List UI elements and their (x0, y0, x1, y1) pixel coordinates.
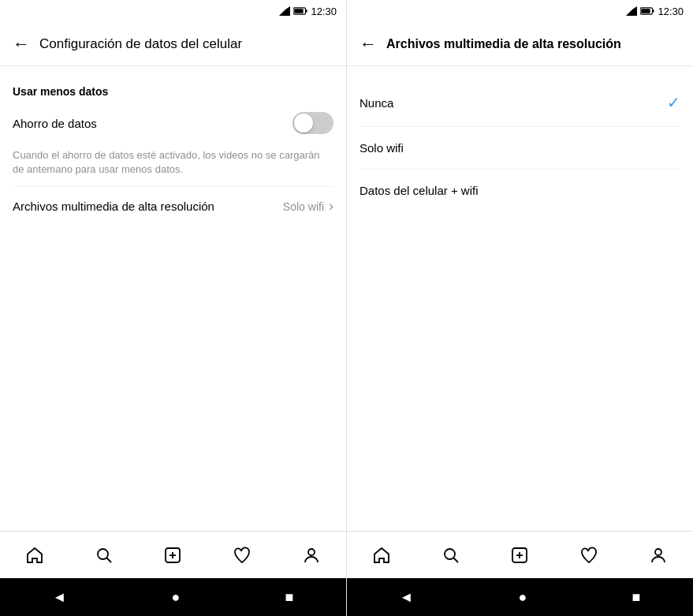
right-bottom-nav (347, 531, 693, 578)
data-saver-row: Ahorro de datos (0, 101, 346, 145)
svg-rect-12 (642, 9, 650, 13)
right-status-icons: 12:30 (626, 6, 684, 17)
left-nav-icons (0, 532, 346, 578)
chevron-icon: › (329, 198, 333, 215)
data-saver-toggle[interactable] (292, 112, 333, 134)
high-res-media-value: Solo wifi (283, 200, 324, 213)
svg-point-9 (308, 549, 315, 555)
svg-rect-2 (295, 9, 304, 13)
svg-point-14 (445, 549, 455, 559)
left-nav-search-icon[interactable] (95, 546, 114, 565)
left-recents-sys-button[interactable]: ■ (285, 589, 294, 606)
option-datos-celular-label: Datos del celular + wifi (360, 184, 478, 197)
option-nunca-row[interactable]: Nunca ✓ (347, 79, 693, 126)
left-nav-profile-icon[interactable] (302, 546, 321, 565)
signal-icon (279, 6, 290, 16)
high-res-media-right: Solo wifi › (283, 198, 333, 215)
right-recents-sys-button[interactable]: ■ (632, 589, 641, 606)
right-back-sys-button[interactable]: ◄ (400, 589, 414, 606)
right-content: Nunca ✓ Solo wifi Datos del celular + wi… (347, 66, 693, 531)
option-datos-celular-row[interactable]: Datos del celular + wifi (347, 170, 693, 211)
right-sys-btns: ◄ ● ■ (347, 578, 693, 616)
left-screen: 12:30 ← Configuración de datos del celul… (0, 0, 347, 616)
right-nav-add-icon[interactable] (510, 546, 529, 565)
left-nav-add-icon[interactable] (163, 546, 182, 565)
right-battery-icon (640, 6, 654, 16)
svg-point-19 (655, 549, 661, 555)
left-nav-heart-icon[interactable] (233, 546, 251, 565)
right-nav-profile-icon[interactable] (649, 546, 668, 565)
right-header: ← Archivos multimedia de alta resolución (347, 22, 693, 66)
right-nav-icons (347, 532, 693, 578)
right-nav-heart-icon[interactable] (579, 546, 598, 565)
high-res-media-label: Archivos multimedia de alta resolución (13, 200, 214, 213)
check-icon-nunca: ✓ (667, 93, 680, 112)
right-page-title: Archivos multimedia de alta resolución (386, 37, 621, 51)
svg-marker-0 (279, 6, 290, 16)
left-system-nav: ◄ ● ■ (0, 578, 346, 616)
data-saver-description: Cuando el ahorro de datos esté activado,… (0, 145, 346, 186)
left-status-icons: 12:30 (279, 6, 337, 17)
right-system-nav: ◄ ● ■ (347, 578, 693, 616)
data-saver-label: Ahorro de datos (13, 117, 97, 130)
right-back-button[interactable]: ← (360, 35, 377, 53)
left-time: 12:30 (311, 6, 337, 17)
left-page-title: Configuración de datos del celular (39, 36, 242, 52)
left-bottom-nav (0, 531, 346, 578)
right-home-sys-button[interactable]: ● (519, 589, 527, 606)
option-nunca-label: Nunca (360, 96, 393, 110)
left-content: Usar menos datos Ahorro de datos Cuando … (0, 66, 346, 531)
svg-rect-3 (306, 9, 307, 12)
left-back-sys-button[interactable]: ◄ (53, 589, 67, 606)
svg-point-4 (98, 549, 108, 559)
left-header: ← Configuración de datos del celular (0, 22, 346, 66)
right-nav-home-icon[interactable] (372, 546, 391, 565)
svg-marker-10 (626, 6, 637, 16)
right-signal-icon (626, 6, 637, 16)
right-screen: 12:30 ← Archivos multimedia de alta reso… (347, 0, 693, 616)
option-solo-wifi-label: Solo wifi (360, 141, 404, 155)
svg-line-5 (106, 558, 111, 562)
svg-line-15 (453, 558, 458, 562)
left-back-button[interactable]: ← (13, 35, 30, 53)
battery-icon (293, 6, 307, 16)
svg-rect-13 (653, 9, 654, 12)
toggle-knob (294, 114, 313, 133)
left-nav-home-icon[interactable] (25, 546, 44, 565)
right-nav-search-icon[interactable] (442, 546, 460, 565)
right-time: 12:30 (658, 6, 684, 17)
right-status-bar: 12:30 (347, 0, 693, 22)
high-res-media-row[interactable]: Archivos multimedia de alta resolución S… (0, 187, 346, 226)
section-label-usar-menos-datos: Usar menos datos (0, 79, 346, 101)
left-sys-btns: ◄ ● ■ (0, 578, 346, 616)
option-solo-wifi-row[interactable]: Solo wifi (347, 127, 693, 169)
left-home-sys-button[interactable]: ● (172, 589, 181, 606)
left-status-bar: 12:30 (0, 0, 346, 22)
